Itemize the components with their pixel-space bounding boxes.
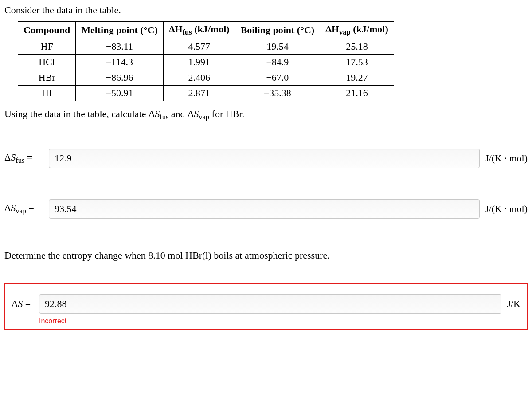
table-row: HF −83.11 4.577 19.54 25.18 (18, 39, 394, 55)
cell-bp: −67.0 (235, 70, 320, 86)
cell-mp: −86.96 (76, 70, 164, 86)
col-delta-h-vap: ΔHvap (kJ/mol) (320, 22, 394, 39)
data-table-wrap: Compound Melting point (°C) ΔHfus (kJ/mo… (18, 21, 528, 101)
incorrect-answer-box: ΔS = J/K Incorrect (4, 283, 528, 330)
input-delta-s-vap[interactable] (49, 199, 480, 219)
input-delta-s-fus[interactable] (49, 149, 480, 168)
answer-row-vap: ΔSvap = J/(K · mol) (4, 199, 528, 219)
prompt-intro: Consider the data in the table. (4, 4, 528, 16)
data-table: Compound Melting point (°C) ΔHfus (kJ/mo… (18, 21, 394, 101)
answer-row-ds: ΔS = J/K (12, 294, 520, 314)
cell-bp: −84.9 (235, 55, 320, 70)
unit-fus: J/(K · mol) (480, 153, 528, 164)
cell-hfus: 4.577 (163, 39, 235, 55)
table-row: HI −50.91 2.871 −35.38 21.16 (18, 86, 394, 101)
table-row: HCl −114.3 1.991 −84.9 17.53 (18, 55, 394, 70)
label-delta-s-fus: ΔSfus = (4, 152, 49, 165)
col-boiling-point: Boiling point (°C) (235, 22, 320, 39)
unit-ds: J/K (501, 298, 520, 310)
cell-compound: HCl (18, 55, 76, 70)
status-incorrect: Incorrect (39, 317, 520, 325)
col-delta-h-fus: ΔHfus (kJ/mol) (163, 22, 235, 39)
cell-hfus: 1.991 (163, 55, 235, 70)
col-melting-point: Melting point (°C) (76, 22, 164, 39)
cell-bp: −35.38 (235, 86, 320, 101)
col-compound: Compound (18, 22, 76, 39)
unit-vap: J/(K · mol) (480, 203, 528, 215)
question-two: Determine the entropy change when 8.10 m… (4, 250, 528, 261)
table-row: HBr −86.96 2.406 −67.0 19.27 (18, 70, 394, 86)
cell-hvap: 17.53 (320, 55, 394, 70)
cell-bp: 19.54 (235, 39, 320, 55)
cell-hfus: 2.871 (163, 86, 235, 101)
answer-row-fus: ΔSfus = J/(K · mol) (4, 149, 528, 168)
label-delta-s: ΔS = (12, 298, 39, 310)
label-delta-s-vap: ΔSvap = (4, 202, 49, 216)
cell-compound: HF (18, 39, 76, 55)
cell-compound: HBr (18, 70, 76, 86)
cell-hvap: 19.27 (320, 70, 394, 86)
table-header-row: Compound Melting point (°C) ΔHfus (kJ/mo… (18, 22, 394, 39)
instruction-text: Using the data in the table, calculate Δ… (4, 108, 528, 122)
input-delta-s[interactable] (39, 294, 501, 314)
cell-mp: −50.91 (76, 86, 164, 101)
cell-mp: −83.11 (76, 39, 164, 55)
cell-hvap: 25.18 (320, 39, 394, 55)
cell-mp: −114.3 (76, 55, 164, 70)
cell-compound: HI (18, 86, 76, 101)
cell-hfus: 2.406 (163, 70, 235, 86)
cell-hvap: 21.16 (320, 86, 394, 101)
